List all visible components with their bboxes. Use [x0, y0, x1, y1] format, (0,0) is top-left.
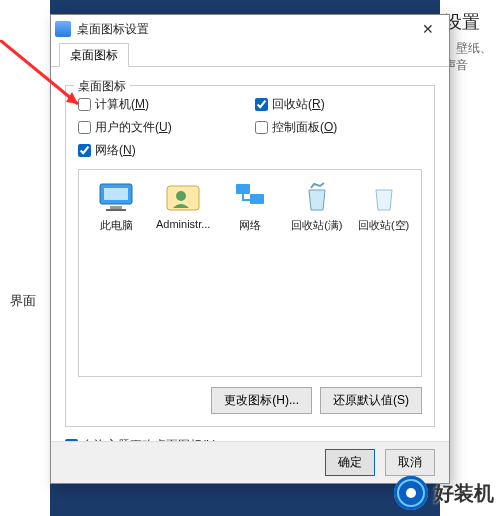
watermark: 好装机 [394, 476, 494, 510]
preview-recycle-full[interactable]: 回收站(满) [285, 180, 348, 233]
group-legend: 桌面图标 [74, 78, 130, 95]
checkbox-recycle-input[interactable] [255, 98, 268, 111]
svg-rect-1 [104, 188, 128, 200]
preview-recycle-empty-label: 回收站(空) [352, 218, 415, 233]
checkbox-ctrlpanel[interactable]: 控制面板(O) [255, 119, 422, 136]
desktop-icons-group: 桌面图标 计算机(M) 回收站(R) 用户的文件(U) 控制面板(O) [65, 85, 435, 427]
app-icon [55, 21, 71, 37]
bg-right-sub: 、壁纸、声音 [444, 40, 500, 74]
titlebar: 桌面图标设置 ✕ [51, 15, 449, 43]
close-button[interactable]: ✕ [411, 18, 445, 40]
network-icon [230, 180, 270, 214]
checkbox-network-input[interactable] [78, 144, 91, 157]
dialog-title: 桌面图标设置 [77, 21, 411, 38]
preview-network[interactable]: 网络 [219, 180, 282, 233]
checkbox-ctrlpanel-label: 控制面板(O) [272, 119, 337, 136]
checkbox-grid: 计算机(M) 回收站(R) 用户的文件(U) 控制面板(O) 网络(N) [78, 96, 422, 159]
preview-user[interactable]: Administr... [152, 180, 215, 233]
checkbox-userfiles-input[interactable] [78, 121, 91, 134]
change-icon-button[interactable]: 更改图标(H)... [211, 387, 312, 414]
tab-desktop-icons[interactable]: 桌面图标 [59, 43, 129, 67]
desktop-icon-settings-dialog: 桌面图标设置 ✕ 桌面图标 桌面图标 计算机(M) 回收站(R) 用户的文件(U… [50, 14, 450, 484]
recycle-empty-icon [364, 180, 404, 214]
checkbox-computer[interactable]: 计算机(M) [78, 96, 245, 113]
watermark-logo-icon [394, 476, 428, 510]
checkbox-recycle-label: 回收站(R) [272, 96, 325, 113]
preview-thispc-label: 此电脑 [85, 218, 148, 233]
checkbox-computer-label: 计算机(M) [95, 96, 149, 113]
preview-recycle-full-label: 回收站(满) [285, 218, 348, 233]
svg-rect-2 [110, 206, 122, 209]
checkbox-ctrlpanel-input[interactable] [255, 121, 268, 134]
bg-left-item: 界面 [10, 292, 36, 310]
preview-user-label: Administr... [152, 218, 215, 230]
checkbox-userfiles-label: 用户的文件(U) [95, 119, 172, 136]
preview-network-label: 网络 [219, 218, 282, 233]
icon-preview-well: 此电脑 Administr... 网络 [78, 169, 422, 377]
icon-preview-row: 此电脑 Administr... 网络 [85, 180, 415, 233]
preview-recycle-empty[interactable]: 回收站(空) [352, 180, 415, 233]
preview-thispc[interactable]: 此电脑 [85, 180, 148, 233]
dialog-content: 桌面图标 计算机(M) 回收站(R) 用户的文件(U) 控制面板(O) [51, 67, 449, 460]
svg-rect-3 [106, 209, 126, 211]
background-left-pane: 界面 [0, 0, 50, 516]
checkbox-userfiles[interactable]: 用户的文件(U) [78, 119, 245, 136]
thispc-icon [96, 180, 136, 214]
tabstrip: 桌面图标 [51, 43, 449, 67]
icon-buttons-row: 更改图标(H)... 还原默认值(S) [78, 387, 422, 414]
user-icon [163, 180, 203, 214]
checkbox-network[interactable]: 网络(N) [78, 142, 245, 159]
checkbox-computer-input[interactable] [78, 98, 91, 111]
svg-rect-6 [236, 184, 250, 194]
svg-point-5 [176, 191, 186, 201]
watermark-text: 好装机 [434, 480, 494, 507]
ok-button[interactable]: 确定 [325, 449, 375, 476]
cancel-button[interactable]: 取消 [385, 449, 435, 476]
checkbox-network-label: 网络(N) [95, 142, 136, 159]
dialog-footer: 确定 取消 [51, 441, 449, 483]
recycle-full-icon [297, 180, 337, 214]
restore-defaults-button[interactable]: 还原默认值(S) [320, 387, 422, 414]
checkbox-recycle[interactable]: 回收站(R) [255, 96, 422, 113]
